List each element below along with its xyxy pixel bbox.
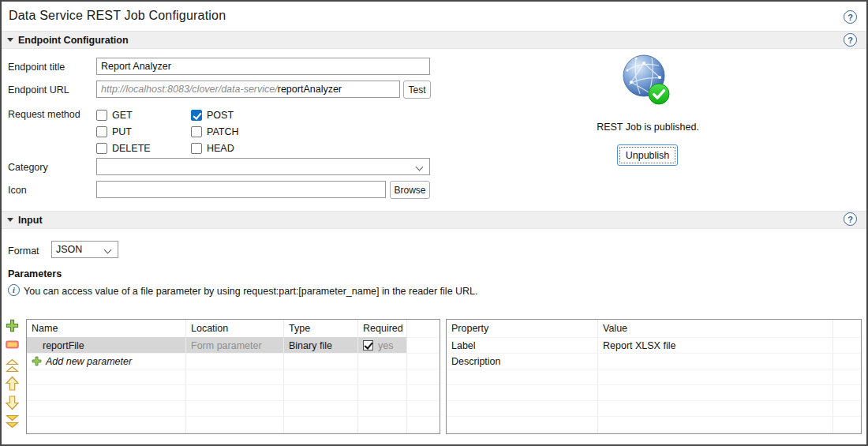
method-checkbox-get[interactable]: GET: [96, 107, 191, 123]
collapse-triangle-icon: [7, 38, 13, 42]
section-title: Endpoint Configuration: [18, 35, 129, 46]
move-down-button[interactable]: [4, 394, 21, 410]
test-button[interactable]: Test: [403, 81, 431, 99]
method-label: PATCH: [207, 126, 239, 137]
checkbox-icon: [96, 110, 107, 121]
endpoint-url-label: Endpoint URL: [8, 84, 69, 96]
data-service-config-window: Data Service REST Job Configuration ? En…: [0, 0, 868, 446]
empty-row: [447, 369, 861, 384]
parameter-row-reportfile[interactable]: reportFile Form parameter Binary file ye…: [27, 337, 440, 353]
request-method-group: GET POST PUT PATCH DELETE HEAD: [96, 107, 301, 156]
move-to-bottom-button[interactable]: [4, 413, 21, 429]
checkbox-icon: [191, 143, 202, 154]
plus-icon: [32, 356, 42, 366]
parameters-table: Name Location Type Required reportFile F…: [26, 319, 440, 434]
add-new-parameter-row[interactable]: Add new parameter: [27, 353, 440, 369]
globe-published-icon: [622, 54, 672, 106]
unpublish-button[interactable]: Unpublish: [617, 144, 678, 166]
property-value-cell: [598, 353, 833, 369]
property-row-description[interactable]: Description: [447, 353, 861, 369]
minus-icon: [6, 340, 19, 349]
category-select[interactable]: [96, 158, 430, 175]
table-header-row: Name Location Type Required: [27, 320, 440, 337]
icon-path-input[interactable]: [96, 181, 386, 198]
page-title: Data Service REST Job Configuration: [9, 9, 226, 23]
column-header-name[interactable]: Name: [27, 320, 186, 337]
add-parameter-button[interactable]: [4, 317, 21, 334]
parameters-info-text: You can access value of a file parameter…: [24, 286, 478, 297]
method-checkbox-patch[interactable]: PATCH: [191, 123, 301, 140]
empty-row: [447, 400, 861, 416]
checkbox-checked-icon: [191, 110, 202, 121]
empty-row: [27, 384, 440, 400]
window-titlebar: Data Service REST Job Configuration: [2, 2, 866, 29]
chevron-down-icon: [416, 163, 424, 171]
endpoint-help-icon[interactable]: ?: [844, 33, 857, 47]
property-name-cell: Description: [447, 353, 598, 369]
endpoint-title-input[interactable]: [96, 58, 430, 75]
param-name-cell: reportFile: [27, 337, 186, 353]
collapse-triangle-icon: [7, 218, 13, 222]
format-select[interactable]: JSON: [51, 241, 118, 258]
parameter-properties-table: Property Value Label Report XLSX file De…: [446, 319, 862, 434]
icon-label: Icon: [8, 185, 27, 196]
required-checkbox[interactable]: [363, 340, 373, 350]
column-header-extra: [833, 320, 861, 337]
column-header-property[interactable]: Property: [447, 320, 598, 337]
move-up-button[interactable]: [4, 375, 21, 392]
browse-button[interactable]: Browse: [390, 181, 430, 199]
help-icon[interactable]: ?: [844, 10, 857, 24]
method-checkbox-delete[interactable]: DELETE: [96, 140, 191, 156]
method-checkbox-put[interactable]: PUT: [96, 123, 191, 140]
method-label: PUT: [112, 126, 132, 137]
endpoint-url-prefix: http://localhost:8083/clover/data-servic…: [101, 84, 278, 95]
empty-row: [447, 432, 861, 434]
property-name-cell: Label: [447, 337, 598, 353]
param-location-cell: Form parameter: [186, 337, 284, 353]
empty-row: [27, 416, 440, 432]
method-checkbox-post[interactable]: POST: [191, 107, 301, 123]
param-required-cell: yes: [358, 337, 407, 353]
method-checkbox-head[interactable]: HEAD: [191, 140, 301, 156]
section-title: Input: [18, 215, 43, 226]
checkbox-icon: [96, 126, 107, 137]
method-label: GET: [112, 110, 133, 121]
endpoint-url-suffix: reportAnalyzer: [278, 84, 342, 95]
method-label: HEAD: [207, 143, 234, 154]
endpoint-url-input[interactable]: http://localhost:8083/clover/data-servic…: [96, 81, 400, 98]
info-icon: i: [8, 284, 20, 296]
table-header-row: Property Value: [447, 320, 861, 337]
arrow-down-icon: [5, 395, 20, 410]
add-new-parameter-label: Add new parameter: [46, 356, 132, 367]
empty-row: [27, 432, 440, 434]
plus-icon: [6, 319, 19, 332]
format-value: JSON: [56, 244, 82, 255]
param-type-cell: Binary file: [284, 337, 358, 353]
remove-parameter-button[interactable]: [4, 336, 21, 353]
publish-status-text: REST Job is published.: [585, 122, 711, 133]
input-help-icon[interactable]: ?: [844, 212, 857, 226]
section-endpoint-configuration[interactable]: Endpoint Configuration: [2, 31, 866, 49]
column-header-type[interactable]: Type: [284, 320, 358, 337]
section-input[interactable]: Input: [2, 211, 866, 229]
add-new-parameter-cell: Add new parameter: [27, 353, 186, 369]
parameters-heading: Parameters: [8, 268, 62, 279]
arrow-up-icon: [5, 376, 20, 392]
column-header-value[interactable]: Value: [598, 320, 833, 337]
property-row-label[interactable]: Label Report XLSX file: [447, 337, 861, 353]
method-label: DELETE: [112, 143, 151, 154]
request-method-label: Request method: [8, 109, 80, 120]
checkbox-icon: [191, 126, 202, 137]
property-value-cell: Report XLSX file: [598, 337, 833, 353]
endpoint-title-label: Endpoint title: [8, 62, 65, 73]
required-label: yes: [378, 340, 393, 351]
column-header-location[interactable]: Location: [186, 320, 284, 337]
method-label: POST: [207, 110, 234, 121]
empty-row: [27, 400, 440, 416]
column-header-required[interactable]: Required: [358, 320, 407, 337]
checkbox-icon: [96, 143, 107, 154]
double-chevron-up-icon: [5, 358, 20, 373]
empty-row: [27, 369, 440, 384]
empty-row: [447, 416, 861, 432]
move-to-top-button[interactable]: [4, 357, 21, 373]
